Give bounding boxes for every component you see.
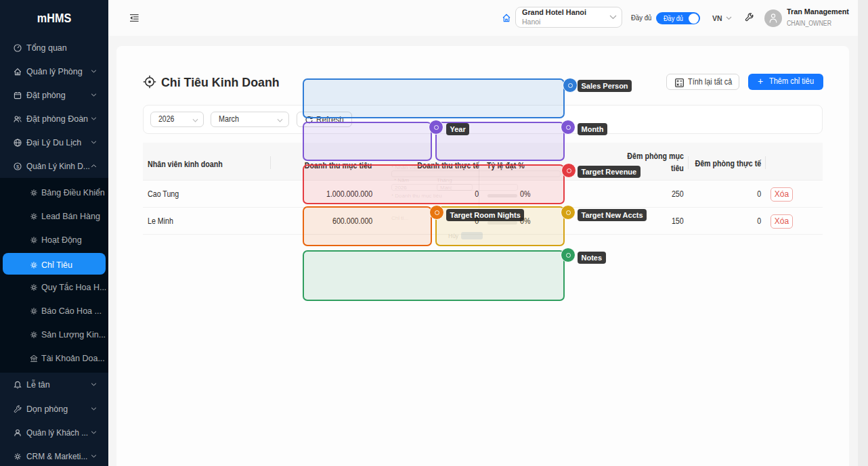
svg-text:$: $: [16, 163, 20, 169]
